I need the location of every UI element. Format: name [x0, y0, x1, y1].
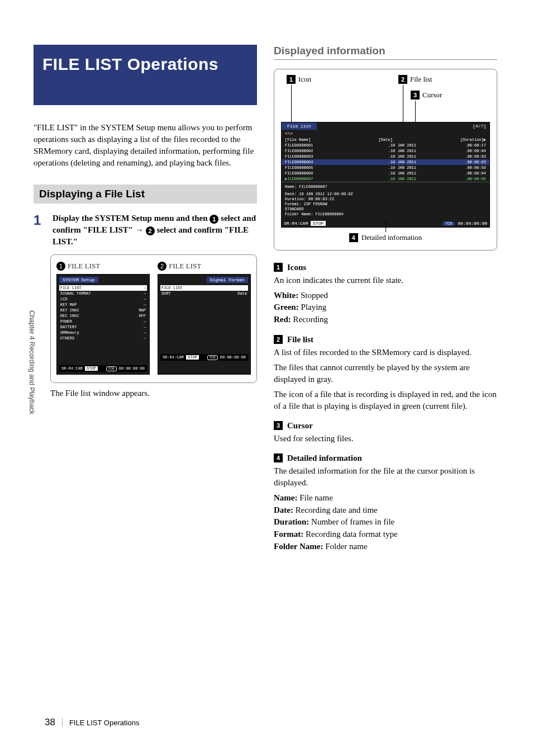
- section-heading-display-file-list: Displaying a File List: [34, 185, 257, 204]
- menu-item: FILE LIST: [160, 285, 248, 291]
- menu-item: POWER→: [59, 319, 147, 324]
- kv-line: Name: File name: [274, 492, 497, 504]
- file-list-panel: File list [4/7] <\> [File Name] [Date] […: [281, 122, 490, 228]
- fp-columns: [File Name] [Date] [Duration]▶: [282, 137, 489, 143]
- fp-detail: Name: FILE00000007 Date: 10 JAN 2011 12:…: [282, 182, 489, 220]
- page-title: FILE LIST Operations: [42, 55, 248, 74]
- item-body-filelist-3: The icon of a file that is recording is …: [274, 389, 497, 412]
- callout-file-list: File list: [410, 75, 432, 84]
- step-1: 1 Display the SYSTEM Setup menu and then…: [34, 212, 257, 248]
- inline-marker-2: 2: [146, 226, 155, 235]
- kv-line: Folder Name: Folder name: [274, 541, 497, 553]
- menu-item: SORTData: [160, 291, 248, 296]
- item-body-filelist-2: The files that cannot currently be playe…: [274, 362, 497, 385]
- menu-item: LCD→: [59, 296, 147, 302]
- fp-count: [4/7]: [469, 122, 489, 130]
- file-row: FILE00000004.10 JAN 2011.00:00:03: [282, 159, 489, 165]
- fp-nav: <\>: [282, 130, 489, 137]
- kv-line: Green: Playing: [274, 301, 497, 314]
- menu-panel-signal: Signal Format FILE LISTSORTData SR-R4:CA…: [158, 274, 251, 375]
- menu-title-system: SYSTEM Setup: [59, 277, 98, 283]
- menu-item: BATTERY→: [59, 324, 147, 330]
- kv-line: Duration: Number of frames in file: [274, 516, 497, 528]
- fig-label-2: FILE LIST: [169, 262, 201, 271]
- menu-item: KEY INHIMAP: [59, 308, 147, 313]
- file-row: FILE00000002.10 JAN 2011.00:00:04: [282, 148, 489, 154]
- footer-title: FILE LIST Operations: [69, 719, 140, 727]
- item-body-cursor: Used for selecting files.: [274, 433, 497, 445]
- menu-panel-system: SYSTEM Setup FILE LIST→SIGNAL FORMAT→LCD…: [56, 274, 150, 375]
- item-head-detail: 4 Detailed information: [274, 453, 497, 463]
- inline-marker-1: 1: [210, 215, 218, 224]
- file-row: FILE00000005.10 JAN 2011.00:00:56: [282, 165, 489, 171]
- callout-detail: Detailed information: [361, 233, 422, 242]
- kv-line: White: Stopped: [274, 290, 497, 302]
- file-row: FILE00000006.10 JAN 2011.00:00:04: [282, 171, 489, 176]
- menu-item: REC INHIOFF: [59, 313, 147, 319]
- menu-item: FILE LIST→: [59, 285, 147, 291]
- fp-tab: File list: [282, 122, 317, 130]
- fig-marker-1: 1: [56, 262, 65, 271]
- menu-title-signal: Signal Format: [207, 277, 248, 283]
- file-row: ▶ILE00000007.10 JAN 2011.00:00:05: [282, 176, 489, 182]
- kv-line: Format: Recording data format type: [274, 528, 497, 541]
- item-head-icons: 1 Icons: [274, 263, 497, 272]
- intro-paragraph: "FILE LIST" in the SYSTEM Setup menu all…: [34, 122, 257, 169]
- callout-cursor: Cursor: [422, 91, 442, 100]
- step-text: Display the SYSTEM Setup menu and then 1…: [53, 212, 257, 248]
- kv-line: Date: Recording date and time: [274, 504, 497, 517]
- menu-item: OTHERS→: [59, 336, 147, 341]
- menu-item: KEY MAP→: [59, 302, 147, 308]
- page-banner: FILE LIST Operations: [34, 45, 257, 105]
- item-body-icons: An icon indicates the current file state…: [274, 275, 497, 286]
- item-head-cursor: 3 Cursor: [274, 421, 497, 431]
- menu-item: SIGNAL FORMAT→: [59, 291, 147, 296]
- page-number: 38: [45, 717, 55, 728]
- callout-icon: Icon: [298, 75, 311, 84]
- fig-label-1: FILE LIST: [68, 262, 100, 271]
- display-figure: 1 Icon 2 File list 3 Cursor File list [4…: [274, 69, 497, 251]
- item-body-detail: The detailed information for the file at…: [274, 465, 497, 489]
- item-head-filelist: 2 File list: [274, 335, 497, 344]
- file-row: FILE00000003.10 JAN 2011.00:00:03: [282, 154, 489, 159]
- side-tab: Chapter 4 Recording and Playback: [28, 310, 36, 414]
- step-number: 1: [34, 212, 46, 248]
- item-body-filelist-1: A list of files recorded to the SRMemory…: [274, 347, 497, 358]
- page-footer: 38 FILE LIST Operations: [45, 717, 139, 728]
- kv-line: Red: Recording: [274, 314, 497, 326]
- menu-item: SRMemory→: [59, 330, 147, 336]
- file-row: FILE00000001.10 JAN 2011.00:00:17: [282, 143, 489, 148]
- fig-marker-2: 2: [158, 262, 166, 271]
- section-heading-displayed-info: Displayed information: [274, 45, 497, 60]
- figure-caption: The File list window appears.: [50, 389, 257, 398]
- menu-figure: 1 FILE LIST SYSTEM Setup FILE LIST→SIGNA…: [50, 254, 257, 383]
